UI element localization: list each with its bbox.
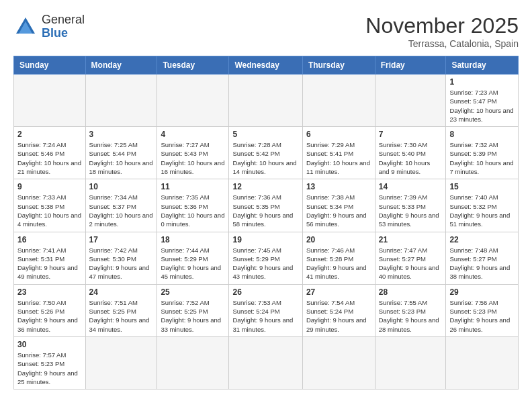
day-info: Sunrise: 7:45 AM Sunset: 5:29 PM Dayligh…	[232, 246, 298, 281]
day-info: Sunrise: 7:56 AM Sunset: 5:23 PM Dayligh…	[449, 298, 515, 334]
day-number: 16	[17, 235, 82, 244]
day-number: 11	[161, 182, 225, 191]
day-info: Sunrise: 7:41 AM Sunset: 5:31 PM Dayligh…	[17, 246, 82, 281]
location: Terrassa, Catalonia, Spain	[365, 38, 519, 49]
table-row	[229, 336, 302, 389]
table-row: 13Sunrise: 7:38 AM Sunset: 5:34 PM Dayli…	[302, 179, 375, 232]
table-row	[302, 336, 375, 389]
day-info: Sunrise: 7:30 AM Sunset: 5:40 PM Dayligh…	[379, 140, 443, 176]
day-info: Sunrise: 7:27 AM Sunset: 5:43 PM Dayligh…	[161, 140, 225, 176]
table-row: 21Sunrise: 7:47 AM Sunset: 5:27 PM Dayli…	[375, 232, 446, 284]
calendar-week-row: 16Sunrise: 7:41 AM Sunset: 5:31 PM Dayli…	[14, 232, 519, 284]
day-info: Sunrise: 7:24 AM Sunset: 5:46 PM Dayligh…	[17, 140, 82, 176]
day-number: 12	[232, 182, 298, 191]
day-info: Sunrise: 7:57 AM Sunset: 5:23 PM Dayligh…	[17, 351, 82, 386]
day-info: Sunrise: 7:50 AM Sunset: 5:26 PM Dayligh…	[17, 298, 82, 334]
day-number: 5	[232, 130, 298, 139]
table-row: 3Sunrise: 7:25 AM Sunset: 5:44 PM Daylig…	[85, 127, 157, 179]
table-row: 10Sunrise: 7:34 AM Sunset: 5:37 PM Dayli…	[85, 179, 157, 232]
table-row	[229, 75, 302, 127]
day-info: Sunrise: 7:46 AM Sunset: 5:28 PM Dayligh…	[306, 246, 371, 281]
table-row: 12Sunrise: 7:36 AM Sunset: 5:35 PM Dayli…	[229, 179, 302, 232]
table-row: 18Sunrise: 7:44 AM Sunset: 5:29 PM Dayli…	[157, 232, 229, 284]
day-number: 20	[306, 235, 371, 244]
logo: General Blue	[13, 13, 85, 40]
calendar-week-row: 2Sunrise: 7:24 AM Sunset: 5:46 PM Daylig…	[14, 127, 519, 179]
table-row: 1Sunrise: 7:23 AM Sunset: 5:47 PM Daylig…	[446, 75, 519, 127]
day-number: 8	[449, 130, 515, 139]
day-info: Sunrise: 7:51 AM Sunset: 5:25 PM Dayligh…	[89, 298, 154, 334]
table-row: 8Sunrise: 7:32 AM Sunset: 5:39 PM Daylig…	[446, 127, 519, 179]
title-area: November 2025 Terrassa, Catalonia, Spain	[365, 13, 519, 49]
table-row	[375, 336, 446, 389]
table-row: 24Sunrise: 7:51 AM Sunset: 5:25 PM Dayli…	[85, 284, 157, 336]
day-number: 23	[17, 287, 82, 297]
day-number: 27	[306, 287, 371, 297]
table-row: 25Sunrise: 7:52 AM Sunset: 5:25 PM Dayli…	[157, 284, 229, 336]
day-info: Sunrise: 7:55 AM Sunset: 5:23 PM Dayligh…	[379, 298, 443, 334]
day-info: Sunrise: 7:48 AM Sunset: 5:27 PM Dayligh…	[449, 246, 515, 281]
day-number: 9	[17, 182, 82, 191]
day-number: 2	[17, 130, 82, 139]
day-info: Sunrise: 7:36 AM Sunset: 5:35 PM Dayligh…	[232, 193, 298, 228]
day-number: 24	[89, 287, 154, 297]
day-info: Sunrise: 7:38 AM Sunset: 5:34 PM Dayligh…	[306, 193, 371, 228]
day-info: Sunrise: 7:42 AM Sunset: 5:30 PM Dayligh…	[89, 246, 154, 281]
header-monday: Monday	[85, 56, 157, 75]
day-info: Sunrise: 7:25 AM Sunset: 5:44 PM Dayligh…	[89, 140, 154, 176]
table-row	[85, 75, 157, 127]
day-number: 22	[449, 235, 515, 244]
day-number: 10	[89, 182, 154, 191]
header-wednesday: Wednesday	[229, 56, 302, 75]
header-thursday: Thursday	[302, 56, 375, 75]
table-row	[375, 75, 446, 127]
logo-blue: Blue	[42, 26, 68, 40]
table-row: 19Sunrise: 7:45 AM Sunset: 5:29 PM Dayli…	[229, 232, 302, 284]
day-info: Sunrise: 7:39 AM Sunset: 5:33 PM Dayligh…	[379, 193, 443, 228]
calendar-week-row: 9Sunrise: 7:33 AM Sunset: 5:38 PM Daylig…	[14, 179, 519, 232]
day-info: Sunrise: 7:54 AM Sunset: 5:24 PM Dayligh…	[306, 298, 371, 334]
table-row: 15Sunrise: 7:40 AM Sunset: 5:32 PM Dayli…	[446, 179, 519, 232]
header-sunday: Sunday	[14, 56, 86, 75]
header-saturday: Saturday	[446, 56, 519, 75]
day-number: 17	[89, 235, 154, 244]
day-number: 19	[232, 235, 298, 244]
table-row	[157, 75, 229, 127]
table-row: 16Sunrise: 7:41 AM Sunset: 5:31 PM Dayli…	[14, 232, 86, 284]
table-row: 2Sunrise: 7:24 AM Sunset: 5:46 PM Daylig…	[14, 127, 86, 179]
day-number: 4	[161, 130, 225, 139]
calendar-week-row: 1Sunrise: 7:23 AM Sunset: 5:47 PM Daylig…	[14, 75, 519, 127]
table-row: 27Sunrise: 7:54 AM Sunset: 5:24 PM Dayli…	[302, 284, 375, 336]
day-info: Sunrise: 7:44 AM Sunset: 5:29 PM Dayligh…	[161, 246, 225, 281]
day-info: Sunrise: 7:40 AM Sunset: 5:32 PM Dayligh…	[449, 193, 515, 228]
day-number: 30	[17, 340, 82, 349]
day-number: 14	[379, 182, 443, 191]
table-row: 26Sunrise: 7:53 AM Sunset: 5:24 PM Dayli…	[229, 284, 302, 336]
table-row: 4Sunrise: 7:27 AM Sunset: 5:43 PM Daylig…	[157, 127, 229, 179]
day-number: 28	[379, 287, 443, 297]
table-row: 5Sunrise: 7:28 AM Sunset: 5:42 PM Daylig…	[229, 127, 302, 179]
day-info: Sunrise: 7:33 AM Sunset: 5:38 PM Dayligh…	[17, 193, 82, 228]
day-number: 15	[449, 182, 515, 191]
day-info: Sunrise: 7:28 AM Sunset: 5:42 PM Dayligh…	[232, 140, 298, 176]
day-info: Sunrise: 7:47 AM Sunset: 5:27 PM Dayligh…	[379, 246, 443, 281]
day-info: Sunrise: 7:29 AM Sunset: 5:41 PM Dayligh…	[306, 140, 371, 176]
table-row: 22Sunrise: 7:48 AM Sunset: 5:27 PM Dayli…	[446, 232, 519, 284]
table-row: 6Sunrise: 7:29 AM Sunset: 5:41 PM Daylig…	[302, 127, 375, 179]
day-info: Sunrise: 7:23 AM Sunset: 5:47 PM Dayligh…	[449, 88, 515, 124]
table-row: 23Sunrise: 7:50 AM Sunset: 5:26 PM Dayli…	[14, 284, 86, 336]
table-row: 17Sunrise: 7:42 AM Sunset: 5:30 PM Dayli…	[85, 232, 157, 284]
logo-icon	[13, 15, 38, 39]
calendar: Sunday Monday Tuesday Wednesday Thursday…	[13, 56, 519, 390]
day-info: Sunrise: 7:52 AM Sunset: 5:25 PM Dayligh…	[161, 298, 225, 334]
day-info: Sunrise: 7:35 AM Sunset: 5:36 PM Dayligh…	[161, 193, 225, 228]
day-number: 3	[89, 130, 154, 139]
table-row	[14, 75, 86, 127]
day-number: 6	[306, 130, 371, 139]
day-number: 29	[449, 287, 515, 297]
day-info: Sunrise: 7:53 AM Sunset: 5:24 PM Dayligh…	[232, 298, 298, 334]
day-info: Sunrise: 7:32 AM Sunset: 5:39 PM Dayligh…	[449, 140, 515, 176]
day-info: Sunrise: 7:34 AM Sunset: 5:37 PM Dayligh…	[89, 193, 154, 228]
day-number: 21	[379, 235, 443, 244]
table-row: 7Sunrise: 7:30 AM Sunset: 5:40 PM Daylig…	[375, 127, 446, 179]
